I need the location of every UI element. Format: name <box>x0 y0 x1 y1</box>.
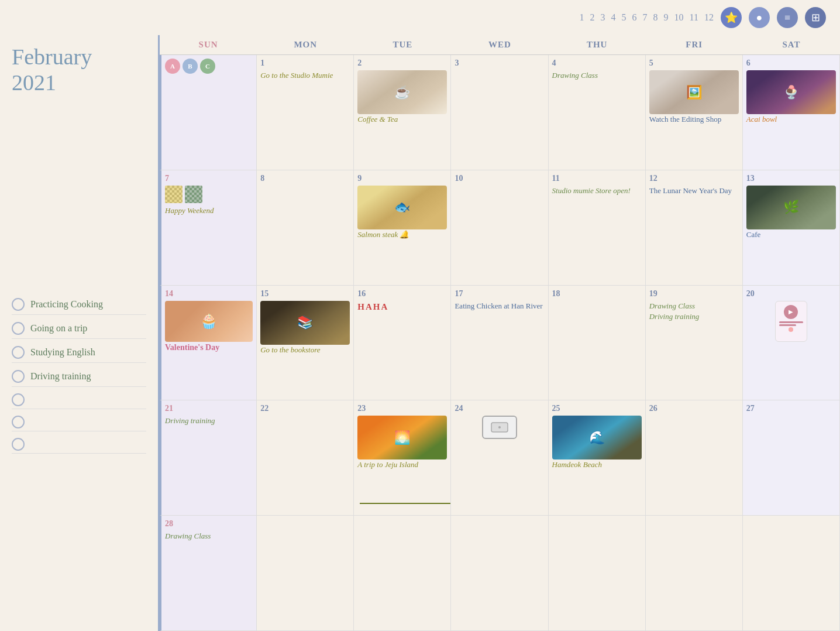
cell-w2-fri[interactable]: 12 The Lunar New Year's Day <box>646 170 743 286</box>
num-7[interactable]: 7 <box>643 12 648 23</box>
day-num-5: 5 <box>649 59 739 68</box>
day-num-3: 3 <box>455 59 544 68</box>
page-numbers: 1 2 3 4 5 6 7 8 9 10 11 12 <box>580 12 714 23</box>
cell-w2-tue[interactable]: 9 🐟 Salmon steak 🔔 <box>354 170 451 286</box>
lines-icon[interactable]: ≡ <box>777 7 798 28</box>
cell-w3-tue[interactable]: 16 HAHA <box>354 286 451 401</box>
pattern-2 <box>185 186 202 203</box>
event-salmon-steak: Salmon steak 🔔 <box>357 229 447 240</box>
header-sat: SAT <box>743 35 840 54</box>
sidebar-item-empty1 <box>12 390 146 409</box>
event-lunar-new-year: The Lunar New Year's Day <box>649 186 739 196</box>
sidebar-item-trip[interactable]: Going on a trip <box>12 318 146 339</box>
star-icon[interactable]: ⭐ <box>721 7 742 28</box>
sidebar-circle-english <box>12 346 25 359</box>
sidebar-label-driving: Driving training <box>30 371 91 382</box>
day-num-6: 6 <box>746 59 836 68</box>
pattern-1 <box>165 186 183 203</box>
cell-w3-wed[interactable]: 17 Eating Chicken at Han River <box>451 286 548 401</box>
num-3[interactable]: 3 <box>601 12 605 23</box>
sidebar-circle-driving <box>12 370 25 383</box>
cell-w1-mon[interactable]: 1 Go to the Studio Mumie <box>257 55 354 170</box>
num-2[interactable]: 2 <box>590 12 595 23</box>
header-mon: MON <box>257 35 354 54</box>
day-num-2: 2 <box>357 59 447 68</box>
sidebar-item-driving[interactable]: Driving training <box>12 366 146 387</box>
day-num-15: 15 <box>260 289 350 299</box>
day-num-14: 14 <box>165 289 253 299</box>
cell-w5-thu[interactable] <box>549 516 646 631</box>
avatar-a: A <box>165 59 180 74</box>
cell-w2-sun[interactable]: 7 Happy Weekend <box>160 170 257 286</box>
play-dot <box>789 327 793 332</box>
svg-point-3 <box>498 426 501 428</box>
salmon-steak-image: 🐟 <box>357 186 447 229</box>
num-1[interactable]: 1 <box>580 12 584 23</box>
cell-w5-fri[interactable] <box>646 516 743 631</box>
day-num-12: 12 <box>649 174 739 183</box>
cell-w1-fri[interactable]: 5 🖼️ Watch the Editing Shop <box>646 55 743 170</box>
event-coffee-tea: Coffee & Tea <box>357 114 447 125</box>
cell-w1-tue[interactable]: 2 ☕ Coffee & Tea <box>354 55 451 170</box>
event-driving-training-19: Driving training <box>649 311 739 322</box>
cell-w4-wed[interactable]: 24 <box>451 400 548 516</box>
cell-w5-mon[interactable] <box>257 516 354 631</box>
cell-w1-sat[interactable]: 6 🍨 Acai bowl <box>743 55 840 170</box>
jeju-island-image: 🌅 <box>357 416 447 459</box>
num-4[interactable]: 4 <box>611 12 616 23</box>
header-fri: FRI <box>646 35 743 54</box>
day-num-4: 4 <box>552 59 642 68</box>
cell-w5-wed[interactable] <box>451 516 548 631</box>
cell-w2-mon[interactable]: 8 <box>257 170 354 286</box>
event-happy-weekend: Happy Weekend <box>165 205 253 216</box>
day-num-22: 22 <box>260 404 350 413</box>
cell-w5-sat[interactable] <box>743 516 840 631</box>
month-title: February2021 <box>12 44 146 95</box>
cell-w5-tue[interactable] <box>354 516 451 631</box>
num-8[interactable]: 8 <box>653 12 658 23</box>
cell-w3-fri[interactable]: 19 Drawing Class Driving training <box>646 286 743 401</box>
cell-w4-thu[interactable]: 25 🌊 Hamdeok Beach <box>549 400 646 516</box>
cell-w1-sun[interactable]: A B C <box>160 55 257 170</box>
header-sun: SUN <box>160 35 257 54</box>
sidebar-circle-empty1 <box>12 393 25 406</box>
num-10[interactable]: 10 <box>674 12 684 23</box>
num-12[interactable]: 12 <box>704 12 714 23</box>
cell-w2-thu[interactable]: 11 Studio mumie Store open! <box>549 170 646 286</box>
event-driving-training-21: Driving training <box>165 416 253 426</box>
coffee-tea-image: ☕ <box>357 70 447 114</box>
cell-w3-sun[interactable]: 14 🧁 Valentine's Day <box>160 286 257 401</box>
num-11[interactable]: 11 <box>690 12 698 23</box>
num-5[interactable]: 5 <box>622 12 626 23</box>
cell-w1-thu[interactable]: 4 Drawing Class <box>549 55 646 170</box>
day-num-17: 17 <box>455 289 544 299</box>
cell-w4-mon[interactable]: 22 <box>257 400 354 516</box>
sidebar-item-empty3 <box>12 435 146 454</box>
cell-w4-fri[interactable]: 26 <box>646 400 743 516</box>
circle-icon[interactable]: ● <box>749 7 770 28</box>
sidebar-item-empty2 <box>12 413 146 431</box>
cell-w2-sat[interactable]: 13 🌿 Cafe <box>743 170 840 286</box>
cell-w2-wed[interactable]: 10 <box>451 170 548 286</box>
cell-w4-sat[interactable]: 27 <box>743 400 840 516</box>
grid-icon[interactable]: ⊞ <box>805 7 826 28</box>
play-button: ▶ <box>784 305 798 319</box>
cell-w3-thu[interactable]: 18 <box>549 286 646 401</box>
cell-w5-sun[interactable]: 28 Drawing Class <box>160 516 257 631</box>
num-9[interactable]: 9 <box>664 12 669 23</box>
cell-w3-mon[interactable]: 15 📚 Go to the bookstore <box>257 286 354 401</box>
cell-w1-wed[interactable]: 3 <box>451 55 548 170</box>
calendar: SUN MON TUE WED THU FRI SAT A B C 1 Go t… <box>158 35 840 631</box>
cell-w4-tue[interactable]: 23 🌅 A trip to Jeju Island <box>354 400 451 516</box>
pattern-icons <box>165 186 253 203</box>
play-line-1 <box>779 321 803 323</box>
num-6[interactable]: 6 <box>632 12 637 23</box>
sidebar-item-english[interactable]: Studying English <box>12 342 146 363</box>
trip-arrow <box>354 496 451 510</box>
cell-w4-sun[interactable]: 21 Driving training <box>160 400 257 516</box>
editing-shop-image: 🖼️ <box>649 70 739 114</box>
avatar-b: B <box>183 59 198 74</box>
day-num-24: 24 <box>455 404 544 413</box>
cell-w3-sat[interactable]: 20 ▶ <box>743 286 840 401</box>
sidebar-item-cooking[interactable]: Practicing Cooking <box>12 294 146 315</box>
